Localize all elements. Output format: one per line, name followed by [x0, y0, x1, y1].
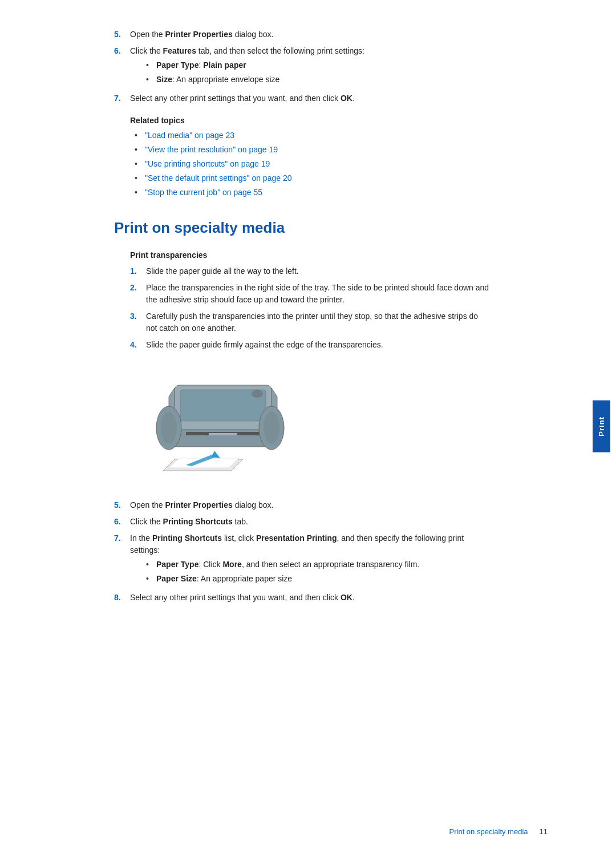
related-topics-section: Related topics • "Load media" on page 23…	[130, 116, 491, 199]
step-text-5: Open the Printer Properties dialog box.	[130, 29, 491, 41]
step-5: 5. Open the Printer Properties dialog bo…	[114, 29, 491, 41]
related-links: • "Load media" on page 23 • "View the pr…	[135, 130, 491, 199]
trans-step-3: 3. Carefully push the transparencies int…	[130, 310, 491, 334]
link-stop-current-job[interactable]: "Stop the current job" on page 55	[145, 187, 262, 199]
s2-text-7: In the Printing Shortcuts list, click Pr…	[130, 532, 491, 587]
trans-num-2: 2.	[130, 282, 146, 306]
bullet-list-1: • Paper Type: Plain paper • Size: An app…	[146, 59, 491, 86]
svg-marker-3	[212, 451, 220, 458]
sidebar-print-label: Print	[593, 401, 610, 452]
s2-num-5: 5.	[114, 499, 130, 511]
step-num-5: 5.	[114, 29, 130, 41]
bold-printer-properties-1: Printer Properties	[165, 30, 233, 39]
link-load-media[interactable]: "Load media" on page 23	[145, 130, 234, 142]
section2: 5. Open the Printer Properties dialog bo…	[114, 499, 491, 604]
link-view-print-resolution[interactable]: "View the print resolution" on page 19	[145, 144, 278, 156]
link-printing-shortcuts[interactable]: "Use printing shortcuts" on page 19	[145, 158, 270, 170]
printer-image	[146, 368, 294, 482]
bold-printing-shortcuts-list: Printing Shortcuts	[152, 533, 222, 543]
related-link-2: • "View the print resolution" on page 19	[135, 144, 491, 156]
page-number: 11	[540, 827, 548, 836]
related-link-1: • "Load media" on page 23	[135, 130, 491, 142]
step-7: 7. Select any other print settings that …	[114, 92, 491, 104]
related-link-4: • "Set the default print settings" on pa…	[135, 172, 491, 184]
bold-paper-type-2: Paper Type	[156, 560, 198, 569]
trans-text-3: Carefully push the transparencies into t…	[146, 310, 491, 334]
related-link-5: • "Stop the current job" on page 55	[135, 187, 491, 199]
bold-paper-type-1: Paper Type	[156, 60, 198, 70]
related-topics-heading: Related topics	[130, 116, 491, 125]
bold-ok-2: OK	[341, 593, 352, 602]
svg-point-15	[264, 412, 279, 444]
right-sidebar: Print	[586, 0, 616, 853]
bullet-size: • Size: An appropriate envelope size	[146, 74, 491, 86]
s2-num-8: 8.	[114, 592, 130, 604]
s2-step-8: 8. Select any other print settings that …	[114, 592, 491, 604]
s2-num-7: 7.	[114, 532, 130, 587]
svg-point-13	[161, 412, 177, 444]
step-num-7: 7.	[114, 92, 130, 104]
print-transparencies-section: Print transparencies 1. Slide the paper …	[130, 250, 491, 482]
link-default-print-settings[interactable]: "Set the default print settings" on page…	[145, 172, 291, 184]
page-content: 5. Open the Printer Properties dialog bo…	[0, 0, 559, 654]
trans-text-2: Place the transparencies in the right si…	[146, 282, 491, 306]
bold-printing-shortcuts-tab: Printing Shortcuts	[163, 517, 233, 526]
s2-step-6: 6. Click the Printing Shortcuts tab.	[114, 516, 491, 528]
trans-step-4: 4. Slide the paper guide firmly against …	[130, 339, 491, 351]
bullet-paper-type-2: • Paper Type: Click More, and then selec…	[146, 559, 491, 571]
bold-size-1: Size	[156, 75, 172, 84]
s2-text-6: Click the Printing Shortcuts tab.	[130, 516, 491, 528]
bullet-paper-size: • Paper Size: An appropriate paper size	[146, 573, 491, 585]
footer-section-link[interactable]: Print on specialty media	[449, 827, 528, 836]
step-6: 6. Click the Features tab, and then sele…	[114, 45, 491, 88]
trans-num-3: 3.	[130, 310, 146, 334]
bold-plain-paper: Plain paper	[203, 60, 246, 70]
bold-features: Features	[163, 46, 196, 55]
bold-ok-1: OK	[341, 94, 352, 103]
s2-num-6: 6.	[114, 516, 130, 528]
related-link-3: • "Use printing shortcuts" on page 19	[135, 158, 491, 170]
page-footer: Print on specialty media 11	[0, 827, 616, 836]
bold-paper-size: Paper Size	[156, 574, 197, 583]
s2-text-8: Select any other print settings that you…	[130, 592, 491, 604]
trans-num-4: 4.	[130, 339, 146, 351]
bold-presentation-printing: Presentation Printing	[256, 533, 337, 543]
section-heading: Print on specialty media	[114, 219, 491, 237]
trans-step-1: 1. Slide the paper guide all the way to …	[130, 265, 491, 277]
step-num-6: 6.	[114, 45, 130, 88]
bullet-list-2: • Paper Type: Click More, and then selec…	[146, 559, 491, 585]
section1: 5. Open the Printer Properties dialog bo…	[114, 29, 491, 104]
trans-step-2: 2. Place the transparencies in the right…	[130, 282, 491, 306]
trans-text-1: Slide the paper guide all the way to the…	[146, 265, 491, 277]
step-text-6: Click the Features tab, and then select …	[130, 45, 491, 88]
s2-step-5: 5. Open the Printer Properties dialog bo…	[114, 499, 491, 511]
s2-text-5: Open the Printer Properties dialog box.	[130, 499, 491, 511]
s2-step-7: 7. In the Printing Shortcuts list, click…	[114, 532, 491, 587]
trans-num-1: 1.	[130, 265, 146, 277]
bullet-paper-type: • Paper Type: Plain paper	[146, 59, 491, 71]
svg-point-10	[252, 390, 263, 398]
bold-more: More	[222, 560, 241, 569]
svg-rect-11	[209, 433, 237, 435]
bold-printer-properties-2: Printer Properties	[165, 500, 233, 510]
step-text-7: Select any other print settings that you…	[130, 92, 491, 104]
subsection-heading: Print transparencies	[130, 250, 491, 260]
trans-text-4: Slide the paper guide firmly against the…	[146, 339, 491, 351]
